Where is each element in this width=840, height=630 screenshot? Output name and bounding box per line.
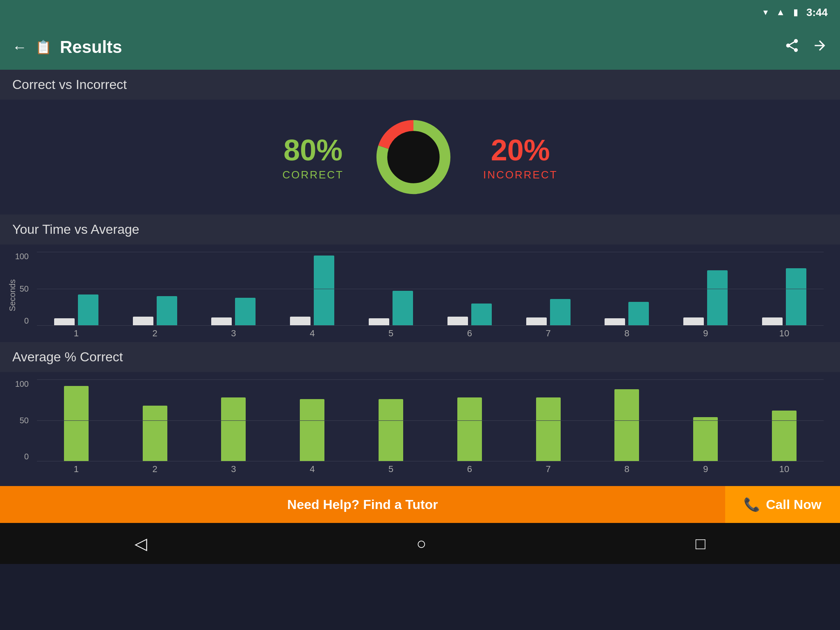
time-x-labels: 1 2 3 4 5 6 7 8 9 10: [37, 328, 824, 339]
avg-bar-8: [588, 389, 667, 461]
phone-icon: 📞: [744, 497, 760, 512]
call-now-button[interactable]: 📞 Call Now: [725, 486, 840, 523]
status-bar: ▾ ▲ ▮ 3:44: [0, 0, 840, 25]
donut-chart: [368, 112, 459, 202]
time-bar-3: [194, 298, 273, 326]
nav-recent-button[interactable]: □: [696, 534, 705, 553]
your-time-bar-1: [54, 318, 75, 326]
avg-bar-2: [116, 406, 194, 461]
avg-bar-9: [666, 417, 745, 461]
back-button[interactable]: ←: [12, 39, 27, 56]
help-text-area[interactable]: Need Help? Find a Tutor: [0, 486, 725, 523]
time-bar-8: [588, 302, 667, 326]
avg-bar-10: [745, 411, 824, 461]
avg-y-label-0: 0: [8, 452, 29, 461]
bottom-banner: Need Help? Find a Tutor 📞 Call Now: [0, 486, 840, 523]
donut-chart-section: 80% CORRECT 20% INCORRECT: [0, 100, 840, 215]
app-bar: ← 📋 Results: [0, 25, 840, 70]
time-bar-10: [745, 268, 824, 326]
incorrect-percent: 20%: [483, 133, 558, 167]
time-bar-5: [352, 291, 430, 326]
avg-bar-5: [352, 399, 430, 461]
svg-point-3: [388, 132, 438, 182]
time-bars: [37, 252, 824, 326]
time-bar-2: [116, 296, 194, 326]
incorrect-stat: 20% INCORRECT: [483, 133, 558, 181]
y-label-50: 50: [8, 284, 29, 294]
page-title: Results: [60, 37, 122, 57]
share-button[interactable]: [784, 38, 800, 57]
call-now-text: Call Now: [766, 497, 821, 512]
time-bar-9: [666, 270, 745, 326]
time-vs-average-header: Your Time vs Average: [0, 215, 840, 244]
time-bar-7: [509, 299, 588, 326]
avg-bar-1: [37, 386, 116, 461]
correct-stat: 80% CORRECT: [282, 133, 344, 181]
avg-time-bar-1: [78, 294, 98, 326]
avg-bar-7: [509, 397, 588, 461]
avg-bar-4: [273, 399, 352, 461]
incorrect-label: INCORRECT: [483, 169, 558, 181]
doc-icon: 📋: [35, 39, 52, 55]
correct-percent: 80%: [282, 133, 344, 167]
wifi-icon: ▾: [763, 7, 768, 18]
forward-button[interactable]: [812, 38, 828, 57]
avg-y-label-100: 100: [8, 379, 29, 389]
battery-icon: ▮: [793, 7, 798, 18]
avg-percent-header: Average % Correct: [0, 342, 840, 372]
time-bar-6: [430, 304, 509, 326]
avg-bars: [37, 379, 824, 461]
correct-vs-incorrect-header: Correct vs Incorrect: [0, 70, 840, 100]
avg-bar-6: [430, 397, 509, 461]
avg-chart-section: 100 50 0: [0, 372, 840, 478]
nav-back-button[interactable]: ◁: [135, 534, 147, 553]
y-label-0: 0: [8, 316, 29, 326]
nav-bar: ◁ ○ □: [0, 523, 840, 564]
signal-icon: ▲: [776, 7, 785, 18]
y-label-100: 100: [8, 252, 29, 261]
help-text: Need Help? Find a Tutor: [287, 497, 438, 512]
time-chart-section: Seconds 100 50 0: [0, 244, 840, 342]
avg-bar-3: [194, 397, 273, 461]
avg-x-labels: 1 2 3 4 5 6 7 8 9 10: [37, 464, 824, 475]
avg-y-label-50: 50: [8, 416, 29, 425]
nav-home-button[interactable]: ○: [416, 534, 426, 553]
status-time: 3:44: [806, 6, 828, 19]
spacer: [0, 478, 840, 486]
correct-label: CORRECT: [282, 169, 344, 181]
time-bar-4: [273, 256, 352, 326]
time-bar-1: [37, 294, 116, 326]
